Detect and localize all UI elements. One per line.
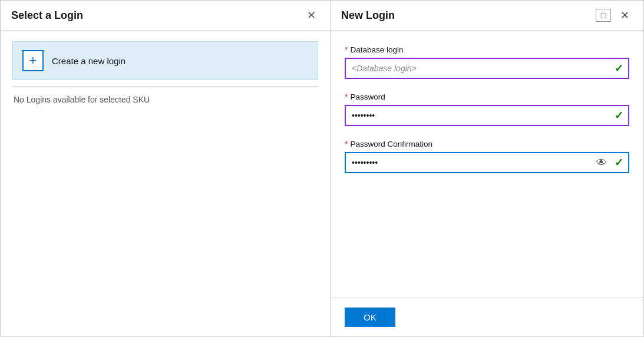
password-input[interactable] [345, 105, 629, 126]
plus-icon: + [22, 50, 44, 71]
create-new-login-item[interactable]: + Create a new login [12, 41, 318, 80]
password-group: * Password ✓ [345, 92, 629, 126]
right-panel-title: New Login [341, 9, 395, 22]
password-label-text: Password [350, 92, 385, 101]
create-login-label: Create a new login [52, 56, 126, 66]
eye-icon[interactable]: 👁 [596, 157, 607, 169]
minimize-button[interactable]: □ [596, 9, 611, 22]
divider [12, 86, 318, 87]
password-confirmation-input-wrapper: 👁 ✓ [345, 152, 629, 173]
right-panel-close-button[interactable]: ✕ [617, 9, 633, 22]
database-login-input[interactable] [345, 58, 629, 79]
left-panel-title: Select a Login [11, 9, 83, 22]
dialog-container: Select a Login ✕ + Create a new login No… [0, 0, 644, 337]
password-confirmation-check-icon: ✓ [615, 156, 623, 169]
database-login-required-star: * [345, 45, 348, 54]
database-login-input-wrapper: ✓ [345, 58, 629, 79]
no-logins-text: No Logins available for selected SKU [12, 92, 151, 107]
right-panel-header: New Login □ ✕ [331, 1, 643, 31]
right-panel-footer: OK [331, 298, 643, 336]
password-confirmation-group: * Password Confirmation 👁 ✓ [345, 139, 629, 173]
left-panel-close-button[interactable]: ✕ [303, 9, 319, 22]
password-required-star: * [345, 92, 348, 101]
database-login-label: * Database login [345, 45, 629, 54]
password-input-wrapper: ✓ [345, 105, 629, 126]
password-confirmation-label: * Password Confirmation [345, 139, 629, 148]
database-login-group: * Database login ✓ [345, 45, 629, 79]
left-panel-header: Select a Login ✕ [1, 1, 330, 31]
left-panel-body: + Create a new login No Logins available… [1, 31, 330, 336]
left-panel: Select a Login ✕ + Create a new login No… [1, 1, 331, 336]
right-header-icons: □ ✕ [596, 9, 633, 22]
ok-button[interactable]: OK [345, 308, 395, 327]
password-confirmation-required-star: * [345, 139, 348, 148]
password-label: * Password [345, 92, 629, 101]
database-login-check-icon: ✓ [615, 62, 623, 75]
password-confirmation-input[interactable] [345, 152, 629, 173]
right-panel-body: * Database login ✓ * Password ✓ [331, 31, 643, 298]
right-panel: New Login □ ✕ * Database login ✓ [331, 1, 643, 336]
database-login-label-text: Database login [350, 45, 403, 54]
password-check-icon: ✓ [615, 109, 623, 122]
password-confirmation-label-text: Password Confirmation [350, 140, 432, 148]
